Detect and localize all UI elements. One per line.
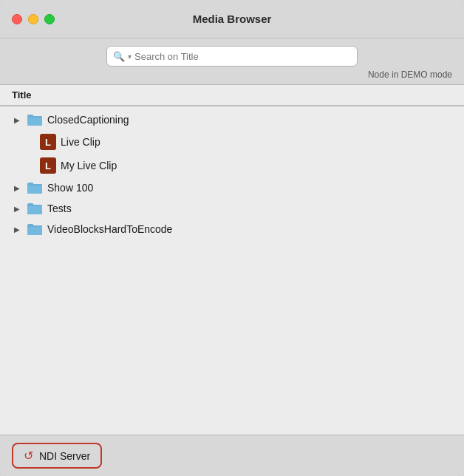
item-label: Show 100: [47, 182, 93, 194]
list-item[interactable]: L Live Clip: [0, 130, 464, 154]
bottom-bar: ↺ NDI Server: [0, 435, 464, 476]
item-label: VideoBlocksHardToEncode: [47, 223, 172, 235]
item-label: ClosedCaptioning: [47, 114, 129, 126]
live-clip-icon: L: [40, 134, 56, 150]
demo-mode-label: Node in DEMO mode: [12, 67, 452, 84]
search-chevron-icon: ▾: [128, 52, 132, 61]
list-item[interactable]: ▶ VideoBlocksHardToEncode: [0, 219, 464, 239]
ndi-server-label: NDI Server: [39, 450, 90, 462]
maximize-button[interactable]: [44, 14, 55, 24]
minimize-button[interactable]: [28, 14, 38, 24]
list-item[interactable]: ▶ Show 100: [0, 177, 464, 198]
refresh-icon: ↺: [24, 449, 33, 463]
search-bar[interactable]: 🔍 ▾: [106, 46, 358, 67]
traffic-lights: [12, 14, 55, 24]
ndi-server-button[interactable]: ↺ NDI Server: [12, 443, 102, 469]
chevron-icon: ▶: [12, 115, 22, 125]
item-label: Live Clip: [61, 136, 100, 148]
live-clip-icon: L: [40, 157, 56, 174]
chevron-icon: ▶: [12, 224, 22, 234]
folder-icon: [27, 113, 43, 126]
close-button[interactable]: [12, 14, 22, 24]
item-label: Tests: [47, 203, 72, 214]
list-item[interactable]: ▶ Tests: [0, 198, 464, 219]
window-title: Media Browser: [193, 13, 272, 25]
content-area: Title ▶ ClosedCaptioning L Live Clip: [0, 85, 464, 435]
column-header-title: Title: [0, 85, 464, 106]
list-item[interactable]: ▶ ClosedCaptioning: [0, 109, 464, 130]
folder-icon: [27, 222, 43, 236]
titlebar: Media Browser: [0, 0, 464, 38]
media-browser-window: Media Browser 🔍 ▾ Node in DEMO mode Titl…: [0, 0, 464, 476]
chevron-icon: ▶: [12, 203, 22, 214]
folder-icon: [27, 202, 43, 215]
folder-icon: [27, 181, 43, 194]
chevron-icon: ▶: [12, 183, 22, 193]
search-input[interactable]: [134, 51, 351, 62]
search-icon: 🔍: [113, 51, 125, 62]
search-area: 🔍 ▾ Node in DEMO mode: [0, 38, 464, 84]
list-item[interactable]: L My Live Clip: [0, 154, 464, 177]
item-label: My Live Clip: [61, 160, 117, 171]
tree-list: ▶ ClosedCaptioning L Live Clip L My Live…: [0, 106, 464, 242]
